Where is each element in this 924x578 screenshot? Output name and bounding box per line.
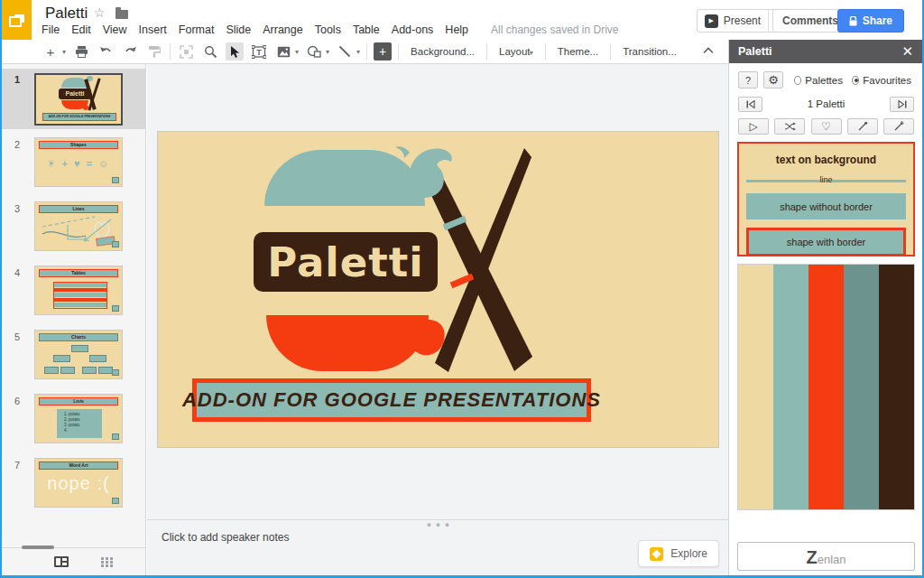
background-button[interactable]: Background... [405,46,480,57]
thumb-canvas-4[interactable]: Tables [34,266,123,315]
shape-caret-icon[interactable]: ▾ [326,48,329,56]
svg-text:T: T [256,48,262,57]
google-slides-logo-icon[interactable] [2,0,32,41]
help-button[interactable]: ? [738,71,758,89]
thumb-canvas-7[interactable]: Word Art nope :( [34,458,123,508]
pen-icon [857,121,868,132]
heart-icon: ♡ [821,120,831,133]
slide-number: 1 [14,74,20,85]
menu-addons[interactable]: Add-ons [392,23,434,36]
sidebar-title: Paletti [738,45,772,58]
favourite-button[interactable]: ♡ [811,118,842,135]
insert-shape-button[interactable] [305,42,323,61]
menu-insert[interactable]: Insert [139,23,167,36]
paint-format-button[interactable] [145,42,163,61]
preview-text-on-background[interactable]: text on background [739,154,913,166]
grid-view-icon[interactable] [101,557,104,560]
close-icon[interactable]: ✕ [901,43,913,60]
subtitle-text: ADD-ON FOR GOOGLE PRESENTATIONS [182,388,601,412]
swatch-cream[interactable] [738,265,773,509]
red-paint-drop [395,320,445,356]
swatch-red[interactable] [808,265,844,509]
new-slide-caret-icon[interactable]: ▾ [62,48,66,56]
insert-line-button[interactable] [336,42,354,61]
preview-shape-without-border[interactable]: shape without border [746,193,906,219]
settings-button[interactable]: ⚙ [763,71,783,89]
notes-drag-handle-icon[interactable]: ● ● ● [427,520,450,529]
select-tool-button[interactable] [226,42,244,61]
menu-view[interactable]: View [103,23,127,36]
slide-thumbnail-1[interactable]: 1 Paletti ADD-ON FOR GOOGLE PRESENTATION… [2,69,146,129]
zenlan-button[interactable]: Zenlan [737,542,915,571]
layout-button[interactable]: Layout ▾ [494,46,539,57]
undo-button[interactable] [97,42,115,61]
share-button[interactable]: Share [837,9,904,33]
play-palettes-button[interactable]: ▷ [738,118,769,135]
print-button[interactable] [72,42,90,61]
insert-image-button[interactable] [274,42,292,61]
sidebar-header: Paletti ✕ [729,40,922,63]
line-caret-icon[interactable]: ▾ [356,48,360,56]
subtitle-banner[interactable]: ADD-ON FOR GOOGLE PRESENTATIONS [192,378,591,422]
slide-canvas[interactable]: Paletti ADD-ON FOR GOOGLE PRESENTATIONS [157,131,719,448]
explore-icon [650,547,663,561]
text-box-button[interactable]: T [250,42,268,61]
favourites-radio[interactable] [852,76,859,85]
shuffle-button[interactable] [774,118,805,135]
play-icon: ▷ [749,120,757,133]
palette-counter: 1 Paletti [738,98,914,109]
theme-button[interactable]: Theme... [552,46,604,57]
zoom-fit-button[interactable] [177,42,195,61]
thumb-line-doodles [41,214,118,248]
swatch-brown[interactable] [879,265,914,509]
magic-pen-button[interactable] [883,118,914,135]
menu-help[interactable]: Help [445,23,468,36]
folder-icon[interactable] [116,10,128,19]
zoom-button[interactable] [201,42,219,61]
palette-preview-card[interactable]: text on background line shape without bo… [737,142,915,256]
thumb-title: Charts [39,333,118,341]
star-icon[interactable]: ☆ [94,5,106,20]
paletti-insert-button[interactable]: + [374,42,392,61]
menu-file[interactable]: File [42,23,60,36]
document-title[interactable]: Paletti [45,5,88,23]
menu-tools[interactable]: Tools [315,23,341,36]
menu-slide[interactable]: Slide [226,23,251,36]
palettes-radio-label[interactable]: Palettes [805,75,843,86]
redo-button[interactable] [121,42,139,61]
swatch-teal[interactable] [773,265,808,509]
filmstrip-scrollbar[interactable] [22,545,54,549]
thumb-canvas-6[interactable]: Lists 1. potato 2. potato 3. potato 4. [34,394,123,443]
thumb-canvas-3[interactable]: Lines [34,201,123,251]
transition-button[interactable]: Transition... [617,46,682,57]
favourites-radio-label[interactable]: Favourites [863,75,911,86]
collapse-toolbar-icon[interactable] [703,45,714,56]
preview-line-sample[interactable]: line [746,175,906,186]
thumb-title: Lists [39,397,118,406]
image-caret-icon[interactable]: ▾ [295,48,299,56]
thumb-canvas-2[interactable]: Shapes ☀ + ♥ = ☺ [34,137,123,187]
filmstrip-view-icon[interactable] [54,556,69,567]
thumb-badge [112,177,119,183]
preview-shape-with-border[interactable]: shape with border [746,228,906,256]
speaker-notes-input[interactable]: Click to add speaker notes [162,531,289,544]
palettes-radio[interactable] [794,76,801,85]
thumb-title: Word Art [39,461,118,470]
new-slide-button[interactable]: + [42,42,60,61]
explore-button[interactable]: Explore [638,540,719,567]
last-palette-button[interactable] [890,97,914,112]
slide-number: 5 [14,331,20,342]
apply-line-button[interactable] [847,118,878,135]
menu-format[interactable]: Format [179,23,215,36]
menu-table[interactable]: Table [353,23,380,36]
swatch-slate[interactable] [844,265,879,509]
thumb-badge [112,369,119,376]
palette-swatches[interactable] [737,264,915,510]
lock-icon [849,16,857,26]
menu-arrange[interactable]: Arrange [263,23,302,36]
logo-band[interactable]: Paletti [254,232,438,292]
thumb-canvas-5[interactable]: Charts [34,330,123,379]
menu-edit[interactable]: Edit [71,23,91,36]
thumb-canvas-1[interactable]: Paletti ADD-ON FOR GOOGLE PRESENTATIONS [34,73,123,126]
org-node [82,367,97,374]
